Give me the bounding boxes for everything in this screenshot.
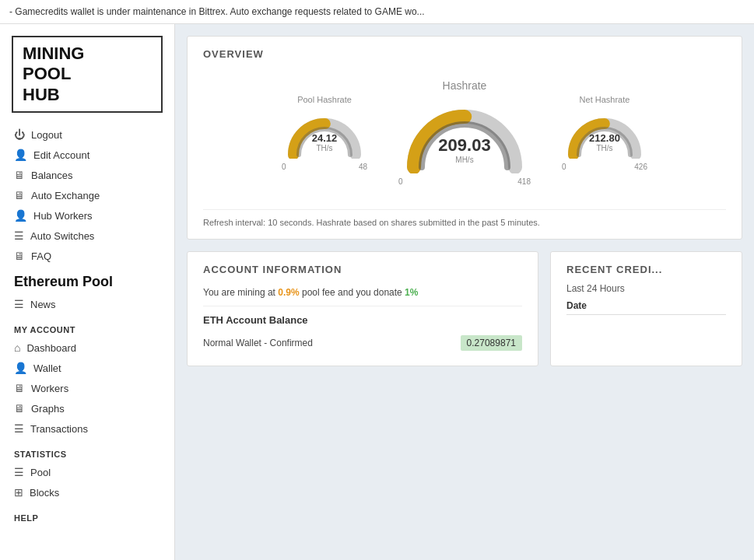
net-hashrate-unit: TH/s [589, 144, 620, 152]
nav-workers[interactable]: 🖥 Workers [0, 378, 174, 398]
nav-pool[interactable]: ☰ Pool [0, 462, 174, 482]
help-title: HELP [0, 502, 174, 526]
statistics-title: STATISTICS [0, 439, 174, 462]
hashrate-main-label: Hashrate [398, 79, 531, 92]
net-hashrate-label: Net Hashrate [562, 95, 647, 104]
sidebar: MINING POOL HUB ⏻ Logout 👤 Edit Account … [0, 24, 175, 560]
user-icon: 👤 [14, 149, 27, 161]
my-account-nav: ⌂ Dashboard 👤 Wallet 🖥 Workers 🖥 Graphs … [0, 338, 174, 439]
main-hashrate-unit: MH/s [438, 156, 490, 164]
pool-icon: ☰ [14, 466, 24, 478]
account-info-card: ACCOUNT INFORMATION You are mining at 0.… [187, 251, 538, 366]
mining-fee-line: You are mining at 0.9% pool fee and you … [203, 287, 522, 306]
dashboard-icon: ⌂ [14, 341, 20, 354]
net-hashrate-gauge: Net Hashrate 212.80 TH/s 0 [562, 95, 647, 171]
nav-news[interactable]: ☰ News [0, 294, 174, 314]
nav-auto-switches[interactable]: ☰ Auto Switches [0, 226, 174, 246]
wallet-label: Normal Wallet - Confirmed [203, 338, 313, 348]
recent-credits-col-date: Date [566, 300, 726, 315]
wallet-icon: 👤 [14, 362, 27, 374]
nav-transactions[interactable]: ☰ Transactions [0, 418, 174, 439]
pool-gauge-minmax: 0 48 [282, 163, 367, 171]
recent-credits-subtitle: Last 24 Hours [566, 283, 726, 294]
nav-logout[interactable]: ⏻ Logout [0, 124, 174, 145]
donate-value: 1% [405, 287, 418, 298]
main-gauge-value: 209.03 MH/s [438, 135, 490, 164]
pool-gauge-value: 24.12 TH/s [312, 132, 338, 152]
main-hashrate-number: 209.03 [438, 135, 490, 155]
top-nav: ⏻ Logout 👤 Edit Account 🖥 Balances 🖥 Aut… [0, 124, 174, 266]
wallet-row: Normal Wallet - Confirmed 0.27089871 [203, 332, 522, 354]
overview-card: OVERVIEW Pool Hashrate [187, 36, 742, 240]
pool-hashrate-unit: TH/s [312, 144, 338, 152]
monitor2-icon: 🖥 [14, 382, 25, 394]
top-banner: - Gamecredits wallet is under maintenanc… [0, 0, 754, 24]
pool-hashrate-label: Pool Hashrate [282, 95, 367, 104]
news-icon: ☰ [14, 298, 24, 310]
logo: MINING POOL HUB [12, 36, 163, 113]
gauges-row: Pool Hashrate 24.12 TH/s [203, 72, 726, 194]
pool-hashrate-number: 24.12 [312, 132, 338, 144]
graphs-icon: 🖥 [14, 402, 25, 415]
net-gauge-wrap: 212.80 TH/s [562, 108, 647, 159]
workers-icon: 👤 [14, 209, 27, 222]
main-gauge-minmax: 0 418 [398, 177, 531, 186]
bottom-row: ACCOUNT INFORMATION You are mining at 0.… [187, 251, 742, 366]
nav-auto-exchange[interactable]: 🖥 Auto Exchange [0, 185, 174, 205]
recent-credits-card: RECENT CREDI... Last 24 Hours Date [550, 251, 742, 366]
net-gauge-value: 212.80 TH/s [589, 132, 620, 152]
blocks-icon: ⊞ [14, 486, 23, 499]
overview-title: OVERVIEW [203, 48, 726, 60]
nav-graphs[interactable]: 🖥 Graphs [0, 398, 174, 418]
wallet-value: 0.27089871 [461, 335, 522, 351]
nav-blocks[interactable]: ⊞ Blocks [0, 482, 174, 502]
nav-faq[interactable]: 🖥 FAQ [0, 246, 174, 266]
logo-text: MINING POOL HUB [23, 44, 152, 105]
pool-nav: ☰ News [0, 294, 174, 314]
net-gauge-minmax: 0 426 [562, 163, 647, 171]
eth-balance-title: ETH Account Balance [203, 314, 522, 326]
net-hashrate-number: 212.80 [589, 132, 620, 144]
nav-edit-account[interactable]: 👤 Edit Account [0, 145, 174, 165]
recent-credits-title: RECENT CREDI... [566, 264, 726, 275]
banner-text: - Gamecredits wallet is under maintenanc… [9, 6, 425, 17]
fee-value: 0.9% [278, 287, 299, 298]
statistics-nav: ☰ Pool ⊞ Blocks [0, 462, 174, 502]
transactions-icon: ☰ [14, 422, 24, 435]
pool-gauge-wrap: 24.12 TH/s [282, 108, 367, 159]
my-account-title: MY ACCOUNT [0, 314, 174, 338]
logout-icon: ⏻ [14, 128, 25, 141]
nav-hub-workers[interactable]: 👤 Hub Workers [0, 205, 174, 226]
faq-icon: 🖥 [14, 250, 25, 262]
pool-hashrate-gauge: Pool Hashrate 24.12 TH/s [282, 95, 367, 171]
refresh-note: Refresh interval: 10 seconds. Hashrate b… [203, 209, 726, 227]
main-gauge-wrap: 209.03 MH/s [398, 96, 531, 173]
exchange-icon: 🖥 [14, 189, 25, 201]
monitor-icon: 🖥 [14, 169, 25, 181]
nav-wallet[interactable]: 👤 Wallet [0, 358, 174, 378]
main-content: OVERVIEW Pool Hashrate [175, 24, 754, 560]
nav-balances[interactable]: 🖥 Balances [0, 165, 174, 185]
list-icon: ☰ [14, 229, 24, 242]
main-hashrate-gauge: Hashrate 209.03 MH/s 0 [398, 79, 531, 186]
nav-dashboard[interactable]: ⌂ Dashboard [0, 338, 174, 358]
account-info-title: ACCOUNT INFORMATION [203, 264, 522, 275]
pool-title: Ethereum Pool [0, 266, 174, 294]
